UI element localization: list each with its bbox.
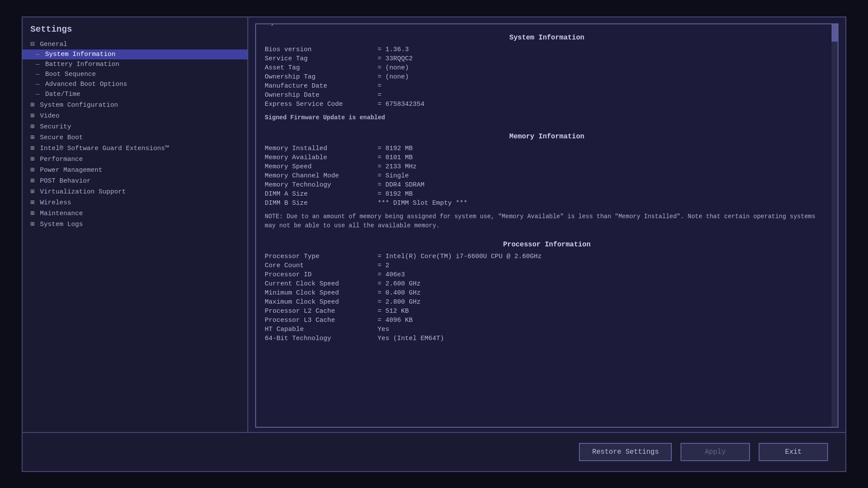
sidebar-item-post-behavior[interactable]: ⊞ POST Behavior [23,175,247,186]
sidebar-label-video: Video [40,112,59,120]
bios-container: Settings ⊟ General— System Information— … [22,16,846,472]
info-label: Express Service Code [265,101,378,108]
sidebar-label-general: General [40,41,67,48]
expand-icon: ⊞ [30,123,38,131]
sidebar-item-general[interactable]: ⊟ General [23,39,247,49]
info-label: Memory Technology [265,181,378,189]
info-label: DIMM A Size [265,190,378,198]
scrollbar-track[interactable] [832,24,838,427]
sidebar-label-performance: Performance [40,156,83,163]
memory-info-row: Memory Speed= 2133 MHz [265,163,829,170]
sidebar-item-secure-boot[interactable]: ⊞ Secure Boot [23,132,247,143]
info-value: = 2 [378,262,389,269]
scrollbar-thumb[interactable] [832,24,838,42]
info-label: HT Capable [265,326,378,333]
sidebar-item-system-information[interactable]: — System Information [23,49,247,59]
info-label: Minimum Clock Speed [265,289,378,297]
system-info-row: Express Service Code= 6758342354 [265,101,829,108]
indent-icon: — [36,51,43,58]
system-info-row: Ownership Date= [265,92,829,99]
sidebar-item-virtualization-support[interactable]: ⊞ Virtualization Support [23,186,247,197]
info-label: Processor L3 Cache [265,317,378,324]
sidebar-item-wireless[interactable]: ⊞ Wireless [23,197,247,208]
info-value: = 8192 MB [378,190,413,198]
sidebar-label-wireless: Wireless [40,199,71,206]
sidebar-item-battery-information[interactable]: — Battery Information [23,59,247,69]
sidebar-item-system-logs[interactable]: ⊞ System Logs [23,219,247,229]
info-value: = 2.800 GHz [378,298,421,306]
sidebar-label-post-behavior: POST Behavior [40,177,91,185]
expand-icon: ⊞ [30,221,38,228]
sidebar-item-boot-sequence[interactable]: — Boot Sequence [23,69,247,79]
sidebar-item-video[interactable]: ⊞ Video [23,110,247,121]
sidebar-label-system-logs: System Logs [40,221,83,228]
info-label: Memory Installed [265,145,378,152]
sidebar-item-datetime[interactable]: — Date/Time [23,89,247,99]
info-value: = 8101 MB [378,154,413,161]
sidebar-label-security: Security [40,123,71,131]
sidebar-item-performance[interactable]: ⊞ Performance [23,154,247,164]
info-value: = [378,92,381,99]
expand-icon: ⊞ [30,134,38,141]
expand-icon: ⊞ [30,188,38,196]
info-value: = 4096 KB [378,317,413,324]
signed-firmware-note: Signed Firmware Update is enabled [265,113,829,122]
sidebar-item-power-management[interactable]: ⊞ Power Management [23,164,247,175]
info-label: Processor Type [265,253,378,260]
expand-icon: ⊞ [30,145,38,152]
info-box-outer: —System Information — System Information… [255,23,838,428]
info-value: Yes [378,326,389,333]
system-info-row: Ownership Tag= (none) [265,73,829,81]
processor-info-row: Minimum Clock Speed= 0.400 GHz [265,289,829,297]
info-value: Yes (Intel EM64T) [378,335,444,342]
info-label: Asset Tag [265,64,378,72]
info-value: = 1.36.3 [378,46,409,53]
info-label: Ownership Date [265,92,378,99]
system-info-row: Bios version= 1.36.3 [265,46,829,53]
info-value: = 512 KB [378,308,409,315]
info-value: = (none) [378,64,409,72]
sidebar-item-system-configuration[interactable]: ⊞ System Configuration [23,99,247,110]
sidebar-label-battery-information: Battery Information [45,61,119,68]
exit-button[interactable]: Exit [759,443,828,461]
memory-info-row: DIMM A Size= 8192 MB [265,190,829,198]
bottom-bar: Restore Settings Apply Exit [23,432,845,471]
info-label: 64-Bit Technology [265,335,378,342]
processor-info-row: Processor L3 Cache= 4096 KB [265,317,829,324]
sidebar-item-intel-sgx[interactable]: ⊞ Intel® Software Guard Extensions™ [23,143,247,154]
memory-info-row: Memory Technology= DDR4 SDRAM [265,181,829,189]
info-value: = Intel(R) Core(TM) i7-6600U CPU @ 2.60G… [378,253,542,260]
memory-info-row: Memory Installed= 8192 MB [265,145,829,152]
memory-info-row: DIMM B Size*** DIMM Slot Empty *** [265,200,829,207]
tree-container: ⊟ General— System Information— Battery I… [23,39,247,229]
memory-info-row: Memory Channel Mode= Single [265,172,829,180]
indent-icon: — [36,71,43,78]
sidebar-item-maintenance[interactable]: ⊞ Maintenance [23,208,247,219]
info-label: Memory Channel Mode [265,172,378,180]
info-value: = 0.400 GHz [378,289,421,297]
info-value: = 6758342354 [378,101,424,108]
info-content: System InformationBios version= 1.36.3Se… [256,24,838,427]
memory-note: NOTE: Due to an amount of memory being a… [265,212,829,230]
restore-settings-button[interactable]: Restore Settings [579,443,672,461]
sidebar-label-boot-sequence: Boot Sequence [45,71,96,78]
expand-icon: ⊟ [30,41,38,48]
sidebar-item-advanced-boot-options[interactable]: — Advanced Boot Options [23,79,247,89]
sidebar-label-power-management: Power Management [40,167,102,174]
indent-icon: — [36,61,43,68]
system-info-row: Manufacture Date= [265,82,829,90]
system-info-row: Service Tag= 33RQQC2 [265,55,829,62]
sidebar-item-security[interactable]: ⊞ Security [23,121,247,132]
expand-icon: ⊞ [30,177,38,185]
expand-icon: ⊞ [30,167,38,174]
info-label: Service Tag [265,55,378,62]
left-panel: Settings ⊟ General— System Information— … [23,17,248,432]
processor-info-header: Processor Information [265,241,829,249]
indent-icon: — [36,91,43,98]
processor-info-row: Processor Type= Intel(R) Core(TM) i7-660… [265,253,829,260]
info-value: = 406e3 [378,271,405,278]
processor-info-row: Processor ID= 406e3 [265,271,829,278]
processor-info-row: HT CapableYes [265,326,829,333]
info-value: = 2.600 GHz [378,280,421,288]
apply-button[interactable]: Apply [681,443,750,461]
